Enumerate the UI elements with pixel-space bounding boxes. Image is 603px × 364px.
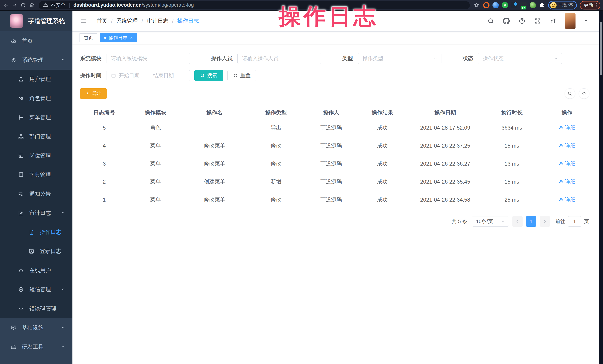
code-icon [18, 306, 24, 312]
address-bar[interactable]: 不安全 dashboard.yudao.iocoder.cn/system/lo… [39, 1, 470, 9]
sidebar-item-15[interactable]: 基础设施 [0, 318, 72, 337]
sidebar-item-0[interactable]: 首页 [0, 31, 72, 51]
sidebar-item-14[interactable]: 错误码管理 [0, 299, 72, 318]
sidebar-item-5[interactable]: 部门管理 [0, 127, 72, 146]
profile-emoji-icon [550, 2, 557, 8]
sidebar-item-7[interactable]: 字典管理 [0, 165, 72, 184]
type-select[interactable]: 操作类型 [358, 53, 442, 64]
sidebar-item-4[interactable]: 菜单管理 [0, 108, 72, 127]
extension-pin-icon[interactable] [492, 2, 499, 8]
main-area: 首页/系统管理/审计日志/操作日志 首页操作日志× 系统模块 [72, 11, 599, 364]
shield-icon [18, 287, 24, 293]
browser-forward-icon[interactable] [11, 2, 18, 9]
github-icon[interactable] [503, 17, 510, 25]
detail-link[interactable]: 详细 [558, 142, 576, 149]
breadcrumb-item-0[interactable]: 首页 [97, 17, 107, 25]
cell-operator: 芋道源码 [305, 142, 357, 149]
sidebar-item-13[interactable]: 短信管理 [0, 280, 72, 299]
sidebar-item-1[interactable]: 系统管理 [0, 51, 72, 70]
scrollbar-thumb[interactable] [600, 22, 602, 75]
sidebar-item-2[interactable]: 用户管理 [0, 70, 72, 89]
sidebar-item-12[interactable]: 在线用户 [0, 261, 72, 280]
operator-input-wrap [237, 53, 321, 64]
search-icon[interactable] [487, 17, 495, 25]
extension-switch-icon[interactable]: on [520, 2, 527, 8]
sidebar-item-6[interactable]: 岗位管理 [0, 146, 72, 165]
column-header-5: 操作结果 [357, 109, 408, 116]
window-right-edge [599, 11, 603, 364]
cell-duration: 15 ms [482, 179, 541, 185]
fullscreen-icon[interactable] [534, 17, 541, 25]
extensions-puzzle-icon[interactable] [539, 2, 545, 8]
bookmark-star-icon[interactable] [473, 2, 480, 9]
chevron-down-icon[interactable] [584, 18, 589, 24]
filter-row-2: 操作时间 开始日期 - 结束日期 搜索 重置 [80, 70, 592, 81]
sidebar-logo-row[interactable]: 芋道管理系统 [0, 11, 72, 31]
show-search-icon[interactable] [565, 88, 575, 99]
detail-link[interactable]: 详细 [558, 178, 576, 186]
sidebar-item-9[interactable]: 审计日志 [0, 203, 72, 222]
browser-toolbar: 不安全 dashboard.yudao.iocoder.cn/system/lo… [0, 0, 603, 11]
browser-home-icon[interactable] [28, 2, 35, 9]
status-select[interactable]: 操作状态 [478, 53, 562, 64]
announcement-icon [18, 191, 24, 197]
profile-paused-pill[interactable]: 已暂停 [548, 1, 577, 10]
screenshot-root: 不安全 dashboard.yudao.iocoder.cn/system/lo… [0, 0, 603, 364]
module-input-wrap [106, 53, 190, 64]
date-range-picker[interactable]: 开始日期 - 结束日期 [106, 70, 190, 81]
goto-page-input[interactable] [568, 216, 581, 227]
address-url[interactable]: dashboard.yudao.iocoder.cn/system/log/op… [73, 2, 194, 8]
refresh-icon[interactable] [579, 88, 589, 99]
id-badge-icon [18, 153, 24, 159]
extension-leaf-icon[interactable] [530, 2, 536, 8]
table-tools [565, 88, 592, 99]
sidebar-item-3[interactable]: 角色管理 [0, 89, 72, 108]
tag-close-icon[interactable]: × [130, 36, 133, 40]
breadcrumb-item-2[interactable]: 审计日志 [147, 17, 168, 25]
extension-ring-icon[interactable] [483, 2, 489, 8]
next-page-button[interactable] [540, 216, 550, 227]
cell-action: 详细 [541, 124, 592, 132]
font-size-icon[interactable] [549, 17, 557, 25]
cell-date: 2021-04-26 22:34:58 [408, 197, 482, 203]
sidebar-item-16[interactable]: 研发工具 [0, 337, 72, 356]
paused-label: 已暂停 [558, 2, 573, 8]
cell-type: 修改 [246, 142, 305, 149]
cell-id: 2 [80, 179, 128, 185]
detail-link[interactable]: 详细 [558, 196, 576, 203]
page-number-1[interactable]: 1 [526, 216, 536, 227]
page-size-select[interactable]: 10条/页 [472, 216, 509, 227]
app-title: 芋道管理系统 [28, 17, 65, 25]
sidebar: 芋道管理系统 首页系统管理用户管理角色管理菜单管理部门管理岗位管理字典管理通知公… [0, 11, 72, 364]
sidebar-item-10-active[interactable]: 操作日志 [0, 222, 72, 242]
breadcrumb-item-1[interactable]: 系统管理 [116, 17, 138, 25]
table-body: 5角色导出芋道源码成功2021-04-28 17:52:093634 ms详细4… [80, 119, 592, 209]
app-shell: 芋道管理系统 首页系统管理用户管理角色管理菜单管理部门管理岗位管理字典管理通知公… [0, 11, 599, 364]
help-icon[interactable] [518, 17, 526, 25]
detail-link[interactable]: 详细 [558, 160, 576, 167]
search-button[interactable]: 搜索 [194, 70, 223, 81]
reset-button[interactable]: 重置 [227, 70, 256, 81]
export-button[interactable]: 导出 [80, 88, 107, 99]
browser-back-icon[interactable] [3, 2, 10, 9]
browser-update-button[interactable]: 更新 [580, 1, 600, 10]
cell-result: 成功 [357, 160, 408, 167]
user-avatar[interactable] [565, 13, 576, 29]
operator-input[interactable] [242, 55, 317, 61]
sidebar-menu: 首页系统管理用户管理角色管理菜单管理部门管理岗位管理字典管理通知公告审计日志操作… [0, 31, 72, 356]
collapse-menu-icon[interactable] [80, 17, 88, 25]
detail-link[interactable]: 详细 [558, 124, 576, 132]
prev-page-button[interactable] [512, 216, 522, 227]
cell-type: 新增 [246, 178, 305, 186]
browser-reload-icon[interactable] [20, 2, 27, 9]
module-input[interactable] [111, 55, 186, 61]
sidebar-item-8[interactable]: 通知公告 [0, 184, 72, 203]
sidebar-item-11[interactable]: 登录日志 [0, 242, 72, 261]
tag-1-active[interactable]: 操作日志× [100, 33, 137, 42]
table-header-row: 日志编号操作模块操作名操作类型操作人操作结果操作日期执行时长操作 [80, 107, 592, 119]
browser-menu-kebab-icon[interactable] [596, 3, 598, 7]
extension-green-check-icon[interactable]: v [502, 2, 508, 8]
extension-gem-icon[interactable] [511, 2, 517, 8]
tag-0[interactable]: 首页 [80, 33, 97, 42]
security-label[interactable]: 不安全 [50, 2, 66, 9]
